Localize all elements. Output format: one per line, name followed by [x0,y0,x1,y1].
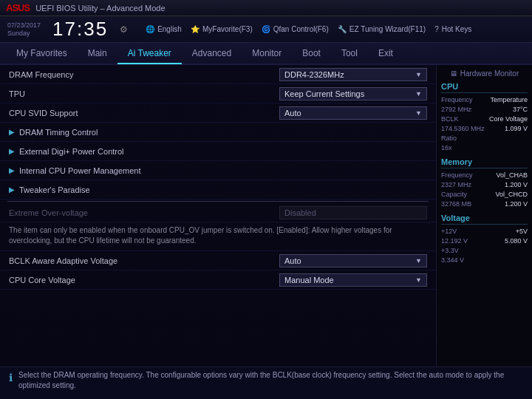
hw-volt-val-0: +5V [516,228,528,235]
bclk-adaptive-control[interactable]: Auto ▼ [273,253,436,269]
cpu-svid-select[interactable]: Auto ▼ [279,106,427,120]
dram-frequency-row: DRAM Frequency DDR4-2326MHz ▼ [0,65,436,84]
hw-mem-val-0: Vol_CHAB [496,171,528,179]
hw-cpu-key-4: Ratio [441,134,457,142]
tpu-label: TPU [0,86,273,101]
bottom-info-bar: ℹ Select the DRAM operating frequency. T… [0,366,532,399]
hw-cpu-val-2: Core Voltage [489,115,528,123]
hw-mem-row-2: Capacity Vol_CHCD [441,191,528,198]
bclk-adaptive-label: BCLK Aware Adaptive Voltage [0,253,273,268]
day-display: Sunday [7,30,30,38]
bclk-adaptive-select[interactable]: Auto ▼ [279,254,427,267]
tpu-row: TPU Keep Current Settings ▼ [0,84,436,103]
hw-mem-key-2: Capacity [441,191,467,198]
hw-cpu-row-0: Frequency Temperature [441,96,528,103]
nav-ai-tweaker[interactable]: Ai Tweaker [117,44,182,64]
hw-cpu-key-1: 2792 MHz [441,106,471,113]
dram-frequency-control[interactable]: DDR4-2326MHz ▼ [273,66,436,83]
hw-cpu-key-0: Frequency [441,96,473,103]
dram-timing-label: DRAM Timing Control [19,128,98,137]
hw-voltage-section: Voltage +12V +5V 12.192 V 5.080 V +3.3V … [441,214,528,264]
nav-boot[interactable]: Boot [292,44,331,63]
hw-volt-row-1: 12.192 V 5.080 V [441,237,528,245]
bclk-adaptive-arrow: ▼ [415,257,422,265]
hw-cpu-row-3: 174.5360 MHz 1.099 V [441,125,528,132]
hw-mem-val-3: 1.200 V [505,200,528,208]
hw-mem-key-0: Frequency [441,171,473,179]
hw-cpu-val-3: 1.099 V [505,125,528,132]
bios-title: UEFI BIOS Utility – Advanced Mode [35,4,165,13]
hw-voltage-title: Voltage [441,214,528,225]
qfan-button[interactable]: 🌀 Qfan Control(F6) [262,25,329,33]
hw-volt-row-0: +12V +5V [441,228,528,235]
hw-mem-row-0: Frequency Vol_CHAB [441,171,528,179]
top-icons: 🌐 English ⭐ MyFavorite(F3) 🌀 Qfan Contro… [146,25,525,33]
cpu-core-voltage-select[interactable]: Manual Mode ▼ [279,273,427,287]
hw-cpu-row-4: Ratio [441,134,528,142]
hw-mem-key-3: 32768 MB [441,200,471,208]
hw-volt-val-1: 5.080 V [505,237,528,245]
cpu-svid-control[interactable]: Auto ▼ [273,105,436,121]
hw-cpu-section: CPU Frequency Temperature 2792 MHz 37°C … [441,82,528,151]
hw-monitor-title: 🖥 Hardware Monitor [441,69,528,78]
hw-cpu-row-5: 16x [441,144,528,151]
extreme-voltage-select: Disabled [279,206,427,219]
hw-cpu-key-2: BCLK [441,115,459,123]
nav-advanced[interactable]: Advanced [182,44,242,63]
cpu-svid-row: CPU SVID Support Auto ▼ [0,103,436,123]
nav-exit[interactable]: Exit [368,44,403,63]
hw-volt-key-3: 3.344 V [441,256,464,264]
nav-tool[interactable]: Tool [331,44,368,63]
hw-cpu-val-1: 37°C [513,106,528,113]
tpu-control[interactable]: Keep Current Settings ▼ [273,86,436,102]
internal-cpu-label: Internal CPU Power Management [19,166,140,175]
dram-frequency-select[interactable]: DDR4-2326MHz ▼ [279,68,427,81]
info-icon: ℹ [9,372,13,383]
language-button[interactable]: 🌐 English [146,25,182,33]
hw-cpu-key-3: 174.5360 MHz [441,125,485,132]
digi-power-expand[interactable]: ▶ External Digi+ Power Control [0,142,436,161]
bclk-adaptive-row: BCLK Aware Adaptive Voltage Auto ▼ [0,251,436,270]
hw-volt-key-1: 12.192 V [441,237,468,245]
nav-monitor[interactable]: Monitor [242,44,292,63]
cpu-core-voltage-control[interactable]: Manual Mode ▼ [273,272,436,288]
hw-memory-section: Memory Frequency Vol_CHAB 2327 MHz 1.200… [441,157,528,208]
digi-power-label: External Digi+ Power Control [19,147,124,156]
hw-mem-val-1: 1.200 V [505,181,528,188]
nav-main[interactable]: Main [78,44,117,63]
asus-logo: ASUS [6,2,30,13]
hw-volt-row-2: +3.3V [441,247,528,254]
main-layout: DRAM Frequency DDR4-2326MHz ▼ TPU Keep C… [0,65,532,366]
hw-cpu-key-5: 16x [441,144,452,151]
monitor-icon: 🖥 [450,69,457,78]
dram-timing-expand[interactable]: ▶ DRAM Timing Control [0,123,436,142]
top-bar: ASUS UEFI BIOS Utility – Advanced Mode [0,0,532,16]
hardware-monitor-sidebar: 🖥 Hardware Monitor CPU Frequency Tempera… [436,65,532,366]
hw-mem-key-1: 2327 MHz [441,181,471,188]
hw-volt-row-3: 3.344 V [441,256,528,264]
tpu-arrow: ▼ [415,90,422,98]
hw-cpu-row-1: 2792 MHz 37°C [441,106,528,113]
cpu-core-voltage-row: CPU Core Voltage Manual Mode ▼ [0,270,436,290]
gear-icon[interactable]: ⚙ [120,24,128,35]
extreme-voltage-label: Extreme Over-voltage [0,205,273,220]
tweakers-paradise-expand[interactable]: ▶ Tweaker's Paradise [0,180,436,200]
hot-keys-button[interactable]: ? Hot Keys [434,25,471,33]
hw-volt-key-2: +3.3V [441,247,459,254]
nav-bar: My Favorites Main Ai Tweaker Advanced Mo… [0,43,532,65]
hw-mem-row-1: 2327 MHz 1.200 V [441,181,528,188]
myfavorite-button[interactable]: ⭐ MyFavorite(F3) [191,25,253,33]
tweakers-label: Tweaker's Paradise [19,185,90,194]
dram-frequency-arrow: ▼ [415,71,422,78]
tpu-select[interactable]: Keep Current Settings ▼ [279,87,427,100]
internal-cpu-expand[interactable]: ▶ Internal CPU Power Management [0,161,436,180]
hw-cpu-row-2: BCLK Core Voltage [441,115,528,123]
dram-frequency-label: DRAM Frequency [0,67,273,82]
ez-tuning-button[interactable]: 🔧 EZ Tuning Wizard(F11) [338,25,426,33]
datetime-bar: 07/23/2017 Sunday 17:35 ⚙ 🌐 English ⭐ My… [0,16,532,43]
hw-cpu-val-0: Temperature [490,96,528,103]
bottom-description: Select the DRAM operating frequency. The… [18,370,523,391]
time-display: 17:35 [52,18,108,41]
content-area: DRAM Frequency DDR4-2326MHz ▼ TPU Keep C… [0,65,436,366]
nav-my-favorites[interactable]: My Favorites [6,44,78,63]
